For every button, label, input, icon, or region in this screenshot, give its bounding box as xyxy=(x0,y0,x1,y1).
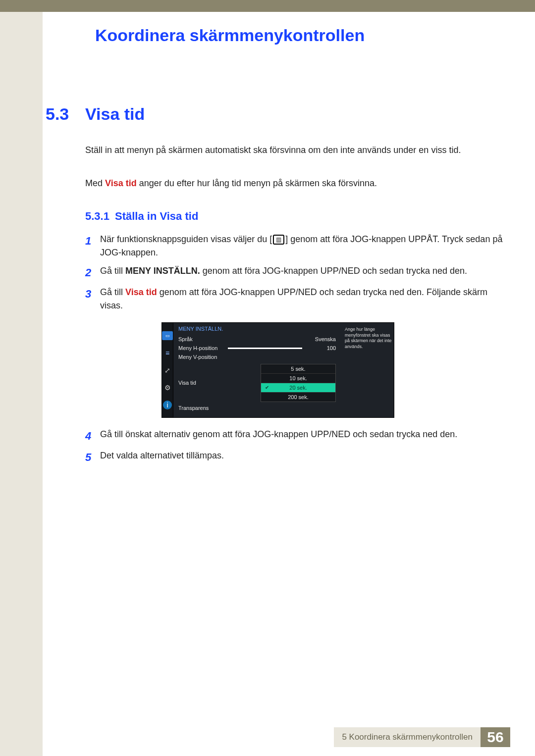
step-2-bold: MENY INSTÄLLN. xyxy=(125,266,200,276)
page-footer: 5 Koordinera skärmmenykontrollen 56 xyxy=(0,727,535,747)
step-number: 1 xyxy=(85,233,100,249)
step-1-pre: När funktionsknappsguiden visas väljer d… xyxy=(100,234,272,244)
osd-sidebar: ▭ ≡ ⤢ ⚙ i xyxy=(162,323,173,417)
osd-row-transparency: Transparens xyxy=(178,403,336,412)
subsection-heading: 5.3.1 Ställa in Visa tid xyxy=(85,210,510,223)
step-3-pre: Gå till xyxy=(100,287,125,297)
subsection-number: 5.3.1 xyxy=(85,210,115,223)
osd-row-vpos: Meny V-position xyxy=(178,353,336,361)
list-icon: ≡ xyxy=(162,349,173,357)
menu-icon: ▥ xyxy=(273,235,284,245)
step-1: 1 När funktionsknappsguiden visas väljer… xyxy=(85,233,510,259)
osd-label: Transparens xyxy=(178,405,228,411)
steps-list: 1 När funktionsknappsguiden visas väljer… xyxy=(85,233,510,312)
gear-icon: ⚙ xyxy=(162,383,173,392)
osd-header: MENY INSTÄLLN. xyxy=(178,326,336,332)
intro-paragraph-2: Med Visa tid anger du efter hur lång tid… xyxy=(85,177,510,190)
osd-option: 5 sek. xyxy=(261,364,335,374)
section-number: 5.3 xyxy=(46,104,85,124)
info-icon: i xyxy=(163,401,172,409)
step-3-post: genom att föra JOG-knappen UPP/NED och s… xyxy=(100,287,487,310)
osd-menu: MENY INSTÄLLN. Språk Svenska Meny H-posi… xyxy=(173,323,341,417)
step-5: 5 Det valda alternativet tillämpas. xyxy=(85,449,510,465)
step-2: 2 Gå till MENY INSTÄLLN. genom att föra … xyxy=(85,264,510,281)
osd-label: Meny H-position xyxy=(178,345,228,351)
monitor-icon: ▭ xyxy=(162,331,173,340)
osd-row-hpos: Meny H-position 100 xyxy=(178,344,336,353)
step-body: Gå till Visa tid genom att föra JOG-knap… xyxy=(100,286,510,312)
osd-main: MENY INSTÄLLN. Språk Svenska Meny H-posi… xyxy=(173,323,398,417)
chapter-title: Koordinera skärmmenykontrollen xyxy=(95,26,510,45)
step-body: När funktionsknappsguiden visas väljer d… xyxy=(100,233,510,259)
intro-p2-suffix: anger du efter hur lång tid menyn på skä… xyxy=(137,178,377,188)
left-margin xyxy=(0,12,43,756)
osd-window: ▭ ≡ ⤢ ⚙ i MENY INSTÄLLN. Språk Svenska M… xyxy=(161,322,394,418)
intro-p2-prefix: Med xyxy=(85,178,105,188)
arrows-icon: ⤢ xyxy=(162,366,173,375)
step-number: 2 xyxy=(85,264,100,281)
section-title: Visa tid xyxy=(85,104,145,124)
intro-p2-highlight: Visa tid xyxy=(105,178,137,188)
step-3-redbold: Visa tid xyxy=(125,287,157,297)
osd-label: Språk xyxy=(178,336,228,342)
osd-row-language: Språk Svenska xyxy=(178,335,336,344)
step-body: Gå till MENY INSTÄLLN. genom att föra JO… xyxy=(100,264,510,278)
step-number: 3 xyxy=(85,286,100,302)
osd-option: 10 sek. xyxy=(261,374,335,383)
osd-screenshot: ▭ ≡ ⤢ ⚙ i MENY INSTÄLLN. Språk Svenska M… xyxy=(161,322,394,418)
osd-dropdown: 5 sek.10 sek.20 sek.200 sek. xyxy=(261,364,336,402)
osd-slider xyxy=(228,348,302,349)
osd-label: Meny V-position xyxy=(178,354,228,360)
step-2-pre: Gå till xyxy=(100,266,125,276)
step-4: 4 Gå till önskat alternativ genom att fö… xyxy=(85,428,510,444)
osd-value: Svenska xyxy=(306,336,336,342)
step-body: Det valda alternativet tillämpas. xyxy=(100,449,510,462)
step-body: Gå till önskat alternativ genom att föra… xyxy=(100,428,510,441)
osd-row-display-time: Visa tid 5 sek.10 sek.20 sek.200 sek. xyxy=(178,361,336,403)
osd-help-text: Ange hur länge menyfönstret ska visas på… xyxy=(341,323,398,417)
subsection-title: Ställa in Visa tid xyxy=(115,210,198,223)
osd-option: 200 sek. xyxy=(261,393,335,402)
page-content: Koordinera skärmmenykontrollen 5.3 Visa … xyxy=(43,12,535,756)
step-number: 5 xyxy=(85,449,100,465)
step-2-post: genom att föra JOG-knappen UPP/NED och s… xyxy=(200,266,467,276)
section-heading: 5.3 Visa tid xyxy=(46,104,510,124)
intro-paragraph-1: Ställ in att menyn på skärmen automatisk… xyxy=(85,144,510,157)
steps-list-cont: 4 Gå till önskat alternativ genom att fö… xyxy=(85,428,510,465)
osd-label: Visa tid xyxy=(178,380,228,386)
osd-option: 20 sek. xyxy=(261,383,335,393)
osd-value: 100 xyxy=(306,345,336,351)
top-bar xyxy=(0,0,535,12)
step-3: 3 Gå till Visa tid genom att föra JOG-kn… xyxy=(85,286,510,312)
footer-page-number: 56 xyxy=(481,727,510,747)
footer-chapter-text: 5 Koordinera skärmmenykontrollen xyxy=(334,727,481,747)
step-number: 4 xyxy=(85,428,100,444)
